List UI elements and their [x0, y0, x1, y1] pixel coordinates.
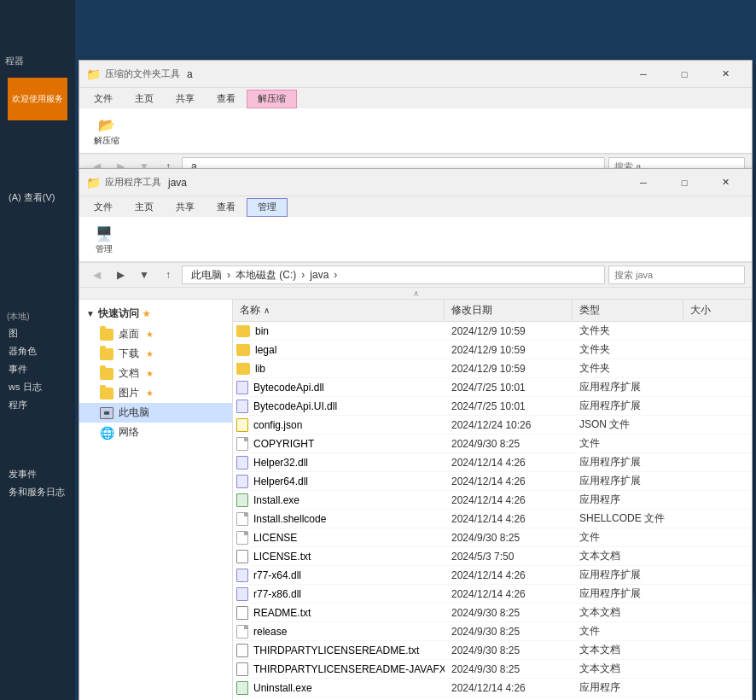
forward-btn-front[interactable]: ▶: [110, 265, 131, 284]
window-back-title: a: [187, 68, 624, 80]
window-front-icon: 📁: [86, 176, 100, 190]
minimize-btn-back[interactable]: ─: [624, 61, 663, 88]
table-row[interactable]: lib 2024/12/9 10:59 文件夹: [233, 359, 752, 378]
tab-back-home[interactable]: 主页: [124, 88, 165, 109]
table-row[interactable]: BytecodeApi.dll 2024/7/25 10:01 应用程序扩展: [233, 378, 752, 397]
file-name-cell: bin: [233, 325, 445, 337]
folder-icon: [236, 363, 250, 375]
addr-java[interactable]: java: [306, 268, 332, 282]
tab-back-view[interactable]: 查看: [206, 88, 247, 109]
back-btn-front[interactable]: ◀: [86, 265, 107, 284]
left-side-item-a[interactable]: (A) 查看(V): [3, 189, 75, 207]
table-row[interactable]: Helper64.dll 2024/12/14 4:26 应用程序扩展: [233, 472, 752, 491]
left-side-item-b[interactable]: 图: [3, 324, 75, 342]
table-row[interactable]: config.json 2024/12/24 10:26 JSON 文件: [233, 416, 752, 435]
nav-desktop-label: 桌面: [119, 327, 139, 341]
tab-back-share[interactable]: 共享: [165, 88, 206, 109]
left-side-item-c[interactable]: 器角色: [3, 342, 75, 360]
left-side-item-g[interactable]: 发事件: [3, 465, 75, 483]
file-date-cell: 2024/9/30 8:25: [445, 607, 573, 619]
table-row[interactable]: README.txt 2024/9/30 8:25 文本文档: [233, 604, 752, 622]
file-type-cell: 应用程序: [573, 493, 683, 507]
file-type-cell: 应用程序扩展: [573, 474, 683, 488]
tab-front-view[interactable]: 查看: [206, 196, 247, 218]
tab-front-manage[interactable]: 管理: [247, 198, 288, 217]
file-date-cell: 2024/12/24 10:26: [445, 419, 573, 431]
table-row[interactable]: Uninstall.exe 2024/12/14 4:26 应用程序: [233, 679, 752, 697]
col-date-header[interactable]: 修改日期: [445, 300, 573, 321]
table-row[interactable]: bin 2024/12/9 10:59 文件夹: [233, 322, 752, 341]
table-row[interactable]: THIRDPARTYLICENSEREADME.txt 2024/9/30 8:…: [233, 641, 752, 660]
tab-back-extract[interactable]: 解压缩: [247, 90, 297, 108]
left-side-item-h[interactable]: 务和服务日志: [3, 483, 75, 501]
table-row[interactable]: legal 2024/12/9 10:59 文件夹: [233, 341, 752, 359]
file-name-text: THIRDPARTYLICENSEREADME-JAVAFX.txt: [253, 663, 445, 675]
file-type-cell: 应用程序扩展: [573, 455, 683, 470]
file-date-cell: 2024/12/14 4:26: [445, 588, 573, 600]
ribbon-btn-extract[interactable]: 📂 解压缩: [86, 112, 127, 149]
address-box-front[interactable]: 此电脑 › 本地磁盘 (C:) › java ›: [182, 265, 605, 284]
tab-back-file[interactable]: 文件: [83, 88, 124, 109]
col-name-text: 名称: [240, 303, 260, 318]
table-row[interactable]: r77-x86.dll 2024/12/14 4:26 应用程序扩展: [233, 585, 752, 604]
table-row[interactable]: Helper32.dll 2024/12/14 4:26 应用程序扩展: [233, 453, 752, 472]
left-side-item-d[interactable]: 事件: [3, 360, 75, 378]
table-row[interactable]: LICENSE.txt 2024/5/3 7:50 文本文档: [233, 547, 752, 566]
minimize-btn-front[interactable]: ─: [624, 169, 663, 196]
tab-front-file[interactable]: 文件: [83, 196, 124, 218]
col-name-header[interactable]: 名称 ∧: [233, 300, 445, 321]
up-btn-front[interactable]: ↑: [158, 265, 178, 284]
ribbon-btn-manage[interactable]: 🖥️ 管理: [86, 220, 122, 258]
recent-btn-front[interactable]: ▼: [134, 265, 154, 284]
file-name-cell: README.txt: [233, 606, 445, 620]
left-side-item-e[interactable]: ws 日志: [3, 378, 75, 396]
file-name-cell: LICENSE.txt: [233, 550, 445, 563]
nav-downloads[interactable]: 下载 ★: [79, 344, 232, 364]
left-side-item-f[interactable]: 程序: [3, 396, 75, 414]
col-type-header[interactable]: 类型: [573, 300, 683, 321]
nav-documents-label: 文档: [119, 366, 139, 381]
addr-local-disk[interactable]: 本地磁盘 (C:): [232, 267, 299, 283]
nav-desktop[interactable]: 桌面 ★: [79, 324, 232, 344]
content-area-front: ▼ 快速访问 ★ 桌面 ★ 下载 ★ 文档 ★ 图片 ★: [79, 300, 752, 700]
nav-pictures[interactable]: 图片 ★: [79, 383, 232, 403]
file-type-cell: 文本文档: [573, 605, 683, 620]
nav-documents[interactable]: 文档 ★: [79, 364, 232, 383]
table-row[interactable]: Install.shellcode 2024/12/14 4:26 SHELLC…: [233, 510, 752, 528]
pin-documents: ★: [146, 369, 154, 378]
file-name-text: Install.exe: [253, 494, 299, 506]
left-panel: 程器 欢迎使用服务 (A) 查看(V) (本地) 图 器角色 事件 ws 日志 …: [0, 0, 75, 700]
table-row[interactable]: release 2024/9/30 8:25 文件: [233, 622, 752, 641]
table-row[interactable]: r77-x64.dll 2024/12/14 4:26 应用程序扩展: [233, 566, 752, 585]
tab-front-home[interactable]: 主页: [124, 196, 165, 218]
file-type-cell: SHELLCODE 文件: [573, 511, 683, 526]
table-row[interactable]: THIRDPARTYLICENSEREADME-JAVAFX.txt 2024/…: [233, 660, 752, 679]
search-input-front[interactable]: [608, 265, 745, 284]
file-name-text: r77-x86.dll: [253, 588, 301, 600]
maximize-btn-front[interactable]: □: [665, 169, 704, 196]
quick-access-front[interactable]: ▼ 快速访问 ★: [79, 303, 232, 324]
table-row[interactable]: COPYRIGHT 2024/9/30 8:25 文件: [233, 435, 752, 453]
table-row[interactable]: BytecodeApi.UI.dll 2024/7/25 10:01 应用程序扩…: [233, 397, 752, 416]
maximize-btn-back[interactable]: □: [665, 61, 704, 88]
dll-icon: [236, 400, 248, 413]
file-name-text: BytecodeApi.dll: [253, 382, 324, 394]
tab-front-share[interactable]: 共享: [165, 196, 206, 218]
table-row[interactable]: Install.exe 2024/12/14 4:26 应用程序: [233, 491, 752, 510]
file-date-cell: 2024/9/30 8:25: [445, 626, 573, 638]
close-btn-front[interactable]: ✕: [706, 169, 745, 196]
file-date-cell: 2024/12/14 4:26: [445, 475, 573, 487]
nav-network[interactable]: 🌐 网络: [79, 423, 232, 442]
file-date-cell: 2024/9/30 8:25: [445, 645, 573, 656]
nav-thispc[interactable]: 💻 此电脑: [79, 403, 232, 423]
window-back-controls: ─ □ ✕: [624, 61, 745, 88]
file-name-text: lib: [255, 363, 265, 375]
addr-this-pc[interactable]: 此电脑: [188, 267, 225, 283]
file-type-cell: 文本文档: [573, 643, 683, 657]
nav-pane-front: ▼ 快速访问 ★ 桌面 ★ 下载 ★ 文档 ★ 图片 ★: [79, 300, 233, 700]
file-date-cell: 2024/7/25 10:01: [445, 400, 573, 412]
close-btn-back[interactable]: ✕: [706, 61, 745, 88]
col-size-header[interactable]: 大小: [683, 300, 752, 321]
manage-icon: 🖥️: [94, 223, 114, 243]
table-row[interactable]: LICENSE 2024/9/30 8:25 文件: [233, 528, 752, 547]
